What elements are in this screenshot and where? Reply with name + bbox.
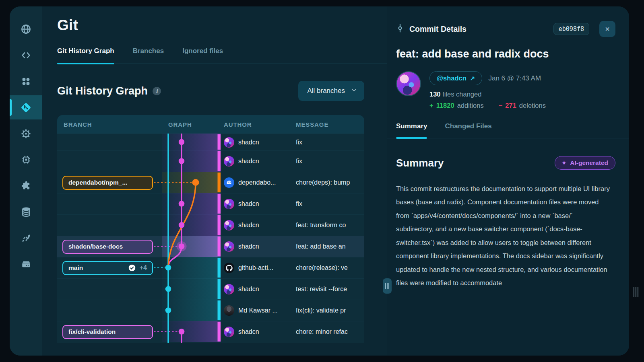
- table-body: shadcnfixshadcnfixdependabot/npm_...depe…: [57, 134, 364, 342]
- chip-icon: [21, 154, 31, 165]
- branch-label[interactable]: fix/cli-validation: [62, 325, 153, 339]
- commit-row[interactable]: shadcnfix: [57, 193, 364, 214]
- author-name: shadcn: [238, 243, 259, 250]
- files-changed-count: 130: [429, 90, 441, 98]
- section-title-text: Git History Graph: [57, 85, 148, 97]
- commit-row[interactable]: shadcnfix: [57, 150, 364, 172]
- sidebar-item-database[interactable]: [10, 200, 42, 224]
- author-name: Md Kawsar ...: [238, 307, 278, 314]
- avatar: [224, 263, 234, 273]
- commit-date: Jan 6 @ 7:43 AM: [488, 74, 541, 82]
- summary-header: Summary ✦ AI-generated: [396, 156, 615, 170]
- avatar: [224, 220, 234, 230]
- sidebar-item-puzzle[interactable]: [10, 174, 42, 198]
- chevron-down-icon: [350, 86, 358, 96]
- author-cell: Md Kawsar ...: [221, 305, 290, 316]
- commit-meta: @shadcn ↗ Jan 6 @ 7:43 AM 130 files chan…: [396, 71, 615, 109]
- column-header-message: MESSAGE: [290, 121, 364, 128]
- sidebar-item-globe[interactable]: [10, 17, 42, 41]
- author-name: shadcn: [238, 328, 259, 335]
- author-name: shadcn: [238, 139, 259, 146]
- section-header: Git History Graph i All branches: [57, 81, 364, 101]
- branch-label[interactable]: dependabot/npm_...: [62, 176, 153, 190]
- ai-generated-label: AI-generated: [570, 159, 608, 167]
- commit-row[interactable]: main+4github-acti...chore(release): ve: [57, 257, 364, 278]
- branch-cell: main+4: [57, 261, 153, 275]
- branch-filter-label: All branches: [307, 87, 345, 95]
- sidebar: [10, 6, 42, 356]
- commit-hash-badge[interactable]: eb098f8: [553, 23, 589, 35]
- summary-text: This commit restructures the documentati…: [396, 182, 612, 290]
- page-title: Git: [57, 17, 387, 34]
- window-resize-handle[interactable]: [634, 287, 638, 297]
- ai-generated-badge: ✦ AI-generated: [555, 156, 615, 170]
- sidebar-item-code[interactable]: [10, 43, 42, 67]
- sidebar-item-git[interactable]: [10, 95, 42, 119]
- commit-message: chore(release): ve: [290, 264, 364, 272]
- sidebar-item-rocket[interactable]: [10, 226, 42, 250]
- additions-label: additions: [457, 102, 484, 109]
- puzzle-icon: [21, 181, 31, 191]
- author-handle-link[interactable]: @shadcn ↗: [429, 71, 482, 85]
- commit-message: fix(cli): validate pr: [290, 307, 364, 314]
- git-history-table: BRANCHGRAPHAUTHORMESSAGE shadcnfixshadcn…: [57, 115, 364, 343]
- sidebar-item-chip[interactable]: [10, 148, 42, 172]
- commit-message: chore: minor refac: [290, 328, 364, 335]
- avatar: [224, 177, 234, 188]
- files-changed-line: 130 files changed: [429, 90, 546, 98]
- branch-filter-dropdown[interactable]: All branches: [298, 81, 364, 101]
- commit-meta-right: @shadcn ↗ Jan 6 @ 7:43 AM 130 files chan…: [429, 71, 546, 109]
- details-tabs: SummaryChanged Files: [387, 122, 629, 138]
- commit-row[interactable]: Md Kawsar ...fix(cli): validate pr: [57, 300, 364, 321]
- column-header-graph: GRAPH: [153, 121, 221, 128]
- avatar: [224, 137, 234, 148]
- commit-message: fix: [290, 139, 364, 146]
- details-tab-summary[interactable]: Summary: [396, 122, 427, 138]
- tab-ignored-files[interactable]: Ignored files: [182, 47, 223, 64]
- desktop-background: Git Git History GraphBranchesIgnored fil…: [0, 0, 644, 362]
- tab-branches[interactable]: Branches: [133, 47, 164, 64]
- column-header-branch: BRANCH: [57, 121, 153, 128]
- panel-resize-handle[interactable]: [383, 278, 392, 294]
- sparkles-icon: ✦: [562, 160, 567, 166]
- tab-git-history-graph[interactable]: Git History Graph: [57, 47, 114, 64]
- author-name: shadcn: [238, 158, 259, 165]
- avatar: [224, 156, 234, 167]
- avatar: [224, 199, 234, 209]
- rocket-icon: [21, 233, 31, 243]
- git-icon: [20, 102, 32, 113]
- avatar: [224, 327, 234, 337]
- app-window: Git Git History GraphBranchesIgnored fil…: [10, 6, 629, 356]
- gear-icon: [21, 128, 31, 139]
- branch-label[interactable]: shadcn/base-docs: [62, 240, 153, 254]
- author-name: shadcn: [238, 286, 259, 293]
- branch-label[interactable]: main+4: [62, 261, 153, 275]
- author-cell: github-acti...: [221, 263, 290, 273]
- close-button[interactable]: ×: [599, 21, 615, 37]
- commit-message: test: revisit --force: [290, 286, 364, 293]
- author-cell: shadcn: [221, 137, 290, 148]
- details-tab-changed-files[interactable]: Changed Files: [445, 122, 491, 138]
- branch-cell: shadcn/base-docs: [57, 240, 153, 254]
- avatar: [224, 284, 234, 294]
- commit-row[interactable]: shadcn/base-docsshadcnfeat: add base an: [57, 236, 364, 257]
- sidebar-item-apps-grid[interactable]: [10, 69, 42, 93]
- check-circle-icon: [128, 264, 136, 272]
- external-link-icon: ↗: [470, 75, 475, 82]
- sidebar-item-hard-drive[interactable]: [10, 252, 42, 276]
- branch-cell: fix/cli-validation: [57, 325, 153, 339]
- commit-row[interactable]: dependabot/npm_...dependabo...chore(deps…: [57, 172, 364, 193]
- git-tabs: Git History GraphBranchesIgnored files: [57, 47, 387, 64]
- commit-row[interactable]: shadcnfix: [57, 134, 364, 150]
- branch-cell: dependabot/npm_...: [57, 176, 153, 190]
- commit-row[interactable]: shadcnfeat: transform co: [57, 214, 364, 236]
- author-cell: dependabo...: [221, 177, 290, 188]
- commit-row[interactable]: fix/cli-validationshadcnchore: minor ref…: [57, 321, 364, 342]
- commit-message: chore(deps): bump: [290, 179, 364, 186]
- details-header: Commit Details eb098f8 ×: [396, 21, 615, 37]
- author-cell: shadcn: [221, 156, 290, 167]
- commit-message: feat: transform co: [290, 222, 364, 229]
- sidebar-item-gear[interactable]: [10, 121, 42, 146]
- commit-row[interactable]: shadcntest: revisit --force: [57, 278, 364, 300]
- info-icon[interactable]: i: [153, 87, 161, 95]
